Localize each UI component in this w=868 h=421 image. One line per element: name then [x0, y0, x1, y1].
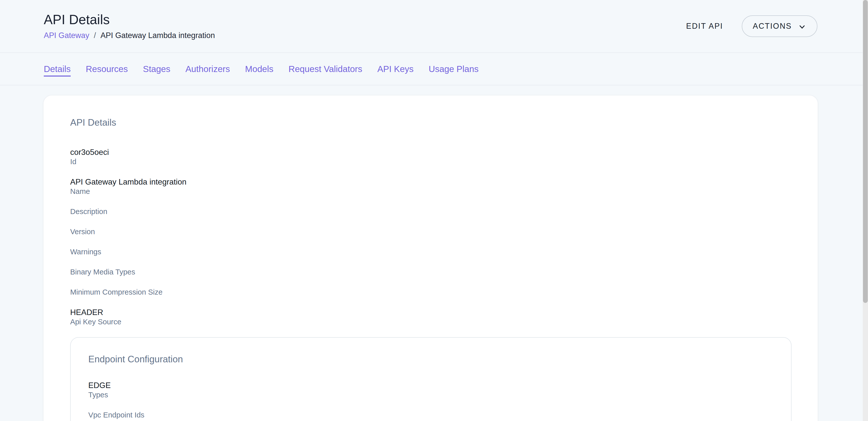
field-version: Version — [70, 227, 792, 236]
tab-stages[interactable]: Stages — [143, 63, 170, 75]
scrollbar-thumb[interactable] — [863, 0, 868, 303]
field-value: cor3o5oeci — [70, 147, 792, 157]
breadcrumb-current: API Gateway Lambda integration — [101, 30, 215, 40]
tab-details[interactable]: Details — [44, 63, 71, 75]
tab-resources[interactable]: Resources — [86, 63, 128, 75]
field-api-key-source: HEADER Api Key Source — [70, 307, 792, 327]
field-warnings: Warnings — [70, 247, 792, 257]
field-minimum-compression-size: Minimum Compression Size — [70, 287, 792, 297]
field-label: Api Key Source — [70, 317, 792, 327]
field-label: Name — [70, 187, 792, 196]
chevron-down-icon — [798, 22, 806, 31]
field-value: API Gateway Lambda integration — [70, 177, 792, 187]
field-value: EDGE — [88, 381, 773, 390]
field-label: Binary Media Types — [70, 267, 792, 277]
field-label: Version — [70, 227, 792, 236]
page-title: API Details — [44, 12, 215, 27]
header-left: API Details API Gateway / API Gateway La… — [44, 12, 215, 40]
field-label: Minimum Compression Size — [70, 287, 792, 297]
app-root: API Details API Gateway / API Gateway La… — [0, 0, 863, 421]
breadcrumb-link-api-gateway[interactable]: API Gateway — [44, 30, 89, 40]
details-section-title: API Details — [70, 117, 792, 128]
tab-usage-plans[interactable]: Usage Plans — [429, 63, 478, 75]
endpoint-section-title: Endpoint Configuration — [88, 354, 773, 365]
page-header: API Details API Gateway / API Gateway La… — [0, 0, 863, 53]
tab-models[interactable]: Models — [245, 63, 273, 75]
endpoint-fields-list: EDGE Types Vpc Endpoint Ids — [88, 381, 773, 420]
tab-request-validators[interactable]: Request Validators — [288, 63, 362, 75]
field-description: Description — [70, 207, 792, 216]
field-name: API Gateway Lambda integration Name — [70, 177, 792, 196]
field-binary-media-types: Binary Media Types — [70, 267, 792, 277]
tab-bar: Details Resources Stages Authorizers Mod… — [0, 53, 863, 85]
field-vpc-endpoint-ids: Vpc Endpoint Ids — [88, 410, 773, 420]
breadcrumb-separator: / — [94, 30, 96, 40]
field-types: EDGE Types — [88, 381, 773, 400]
actions-button-label: ACTIONS — [753, 22, 792, 31]
tab-api-keys[interactable]: API Keys — [377, 63, 413, 75]
api-details-card: API Details cor3o5oeci Id API Gateway La… — [43, 95, 818, 421]
details-fields-list: cor3o5oeci Id API Gateway Lambda integra… — [70, 147, 792, 327]
header-actions: EDIT API ACTIONS — [682, 16, 817, 37]
endpoint-configuration-card: Endpoint Configuration EDGE Types Vpc En… — [70, 337, 792, 421]
field-label: Vpc Endpoint Ids — [88, 410, 773, 420]
breadcrumb: API Gateway / API Gateway Lambda integra… — [44, 30, 215, 40]
field-label: Warnings — [70, 247, 792, 257]
actions-button[interactable]: ACTIONS — [742, 16, 817, 37]
field-label: Id — [70, 157, 792, 166]
edit-api-button[interactable]: EDIT API — [682, 19, 727, 33]
field-label: Description — [70, 207, 792, 216]
scrollbar-track[interactable] — [863, 0, 868, 421]
field-id: cor3o5oeci Id — [70, 147, 792, 166]
field-value: HEADER — [70, 307, 792, 317]
field-label: Types — [88, 390, 773, 400]
tab-authorizers[interactable]: Authorizers — [185, 63, 230, 75]
